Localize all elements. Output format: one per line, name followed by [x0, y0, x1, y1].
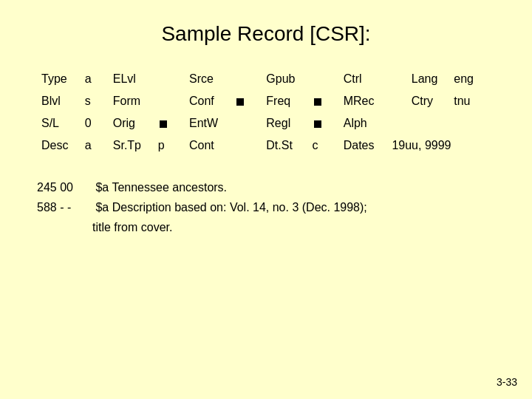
cell-form-val	[154, 90, 185, 112]
cell-regl-val	[308, 112, 339, 134]
cell-cont-val	[231, 134, 262, 157]
cell-sl-val: 0	[81, 112, 109, 134]
square-bullet-conf	[236, 98, 244, 106]
cell-dtst-label: Dt.St	[262, 134, 307, 157]
page-container: Sample Record [CSR]: Type a ELvl Srce Gp…	[0, 0, 532, 399]
cell-srtp-val: p	[154, 134, 185, 157]
cell-alph-label: Alph	[339, 112, 388, 134]
cell-desc-label: Desc	[37, 134, 81, 157]
cell-conf-val	[231, 90, 262, 112]
cell-ctry-label: Ctry	[407, 90, 450, 112]
cell-srce-label: Srce	[185, 68, 231, 90]
cell-elvl-label: ELvl	[109, 68, 154, 90]
table-row: S/L 0 Orig EntW Regl Alph	[37, 112, 495, 134]
square-bullet-orig	[160, 120, 167, 128]
cell-dtst-val: c	[308, 134, 339, 157]
cell-type-val: a	[81, 68, 109, 90]
note-content-588: $a Description based on: Vol. 14, no. 3 …	[92, 197, 495, 217]
note-continuation-588: title from cover.	[37, 217, 495, 237]
cell-ctrl-val	[387, 68, 406, 90]
cell-ctry-val: tnu	[449, 90, 495, 112]
cell-blvl-label: Blvl	[37, 90, 81, 112]
square-bullet-regl	[314, 120, 321, 128]
cell-gpub-label: Gpub	[262, 68, 307, 90]
note-label-588: 588 - -	[37, 197, 92, 217]
cell-cont-label: Cont	[185, 134, 231, 157]
cell-sl-label: S/L	[37, 112, 81, 134]
table-row: Desc a Sr.Tp p Cont Dt.St c Dates 19uu, …	[37, 134, 495, 157]
note-label-245: 245 00	[37, 177, 92, 197]
cell-srtp-label: Sr.Tp	[109, 134, 154, 157]
cell-lang-val: eng	[449, 68, 495, 90]
cell-entw-val	[231, 112, 262, 134]
cell-orig-val	[154, 112, 185, 134]
page-title: Sample Record [CSR]:	[37, 22, 495, 46]
cell-elvl-val	[154, 68, 185, 90]
cell-conf-label: Conf	[185, 90, 231, 112]
cell-desc-val: a	[81, 134, 109, 157]
note-row-245: 245 00 $a Tennessee ancestors.	[37, 177, 495, 197]
cell-lang-label: Lang	[407, 68, 450, 90]
cell-dates-val: 19uu, 9999	[387, 134, 495, 157]
cell-type-label: Type	[37, 68, 81, 90]
cell-srce-val	[231, 68, 262, 90]
cell-ctrl-label: Ctrl	[339, 68, 388, 90]
cell-entw-label: EntW	[185, 112, 231, 134]
cell-regl-label: Regl	[262, 112, 307, 134]
cell-dates-label: Dates	[339, 134, 388, 157]
cell-freq-label: Freq	[262, 90, 307, 112]
table-row: Blvl s Form Conf Freq MRec Ctry tnu	[37, 90, 495, 112]
cell-mrec-val	[387, 90, 406, 112]
square-bullet-freq	[314, 98, 321, 106]
cell-gpub-val	[308, 68, 339, 90]
cell-freq-val	[308, 90, 339, 112]
notes-section: 245 00 $a Tennessee ancestors. 588 - - $…	[37, 177, 495, 238]
cell-form-label: Form	[109, 90, 154, 112]
note-row-588: 588 - - $a Description based on: Vol. 14…	[37, 197, 495, 217]
cell-orig-label: Orig	[109, 112, 154, 134]
cell-alph-val	[387, 112, 495, 134]
cell-blvl-val: s	[81, 90, 109, 112]
page-number: 3-33	[497, 376, 517, 388]
record-table: Type a ELvl Srce Gpub Ctrl Lang eng Blvl…	[37, 68, 495, 157]
table-row: Type a ELvl Srce Gpub Ctrl Lang eng	[37, 68, 495, 90]
note-content-245: $a Tennessee ancestors.	[92, 177, 495, 197]
cell-mrec-label: MRec	[339, 90, 388, 112]
